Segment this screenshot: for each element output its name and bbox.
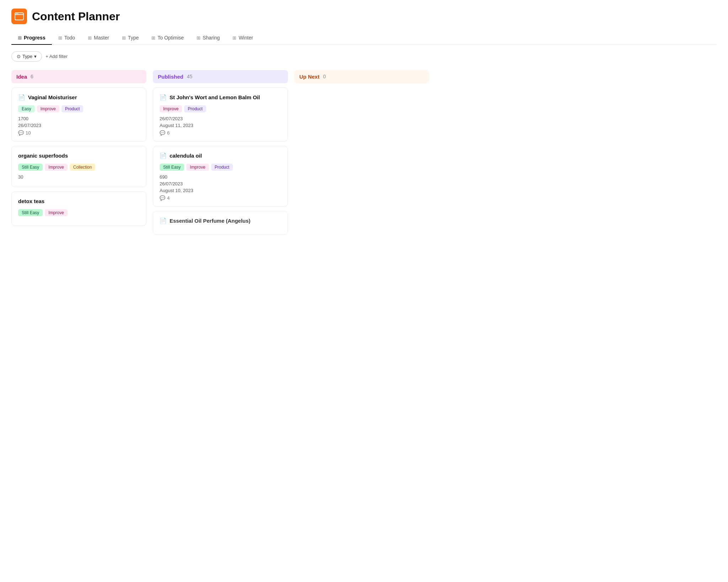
chevron-down-icon: ▾ [34,54,37,59]
tab-icon-sharing: ⊞ [197,35,200,41]
svg-rect-1 [15,14,23,15]
app-icon [11,9,27,24]
card-detox-teas[interactable]: detox teas Still Easy Improve [11,191,146,226]
column-published-header: Published 45 [153,70,288,83]
filter-bar: ⊙ Type ▾ + Add filter [11,51,717,62]
card-title-row: 📄 St John's Wort and Lemon Balm Oil [160,94,281,101]
card-tags: Improve Product [160,105,281,112]
card-title-row: 📄 calendula oil [160,152,281,159]
card-essential-oil-perfume[interactable]: 📄 Essential Oil Perfume (Angelus) [153,211,288,235]
tab-todo[interactable]: ⊞ Todo [52,31,81,45]
tag-product: Product [61,105,83,112]
tag-improve: Improve [45,164,67,171]
card-st-johns-wort[interactable]: 📄 St John's Wort and Lemon Balm Oil Impr… [153,88,288,142]
card-tags: Still Easy Improve [18,209,140,216]
app-header: Content Planner [11,9,717,24]
card-date: 26/07/2023 [160,181,281,186]
card-comments: 💬 6 [160,130,281,136]
card-title-row: 📄 Vaginal Moisturiser [18,94,140,101]
tab-icon-todo: ⊞ [58,35,62,41]
add-filter-button[interactable]: + Add filter [46,54,68,59]
doc-icon: 📄 [160,152,167,159]
card-tags: Easy Improve Product [18,105,140,112]
doc-icon: 📄 [160,217,167,224]
card-number: 690 [160,174,281,180]
tag-improve: Improve [160,105,182,112]
kanban-board: Idea 6 📄 Vaginal Moisturiser Easy Improv… [11,70,717,239]
column-idea: Idea 6 📄 Vaginal Moisturiser Easy Improv… [11,70,146,230]
tag-still-easy: Still Easy [18,164,43,171]
tab-type[interactable]: ⊞ Type [116,31,145,45]
card-comments: 💬 10 [18,130,140,136]
tag-still-easy: Still Easy [160,164,184,171]
comment-icon: 💬 [18,130,24,136]
tab-progress[interactable]: ⊞ Progress [11,31,52,45]
tag-product: Product [211,164,233,171]
card-number: 30 [18,174,140,180]
card-calendula-oil[interactable]: 📄 calendula oil Still Easy Improve Produ… [153,146,288,207]
card-date: 26/07/2023 [160,116,281,121]
tab-tooptimise[interactable]: ⊞ To Optimise [145,31,190,45]
tab-icon-master: ⊞ [88,35,92,41]
column-idea-header: Idea 6 [11,70,146,83]
tab-icon-progress: ⊞ [18,35,22,41]
tag-improve: Improve [45,209,67,216]
type-filter-button[interactable]: ⊙ Type ▾ [11,51,42,62]
tag-improve: Improve [186,164,209,171]
tab-bar: ⊞ Progress ⊞ Todo ⊞ Master ⊞ Type ⊞ To O… [11,31,717,45]
column-upnext: Up Next 0 [294,70,429,88]
app-container: Content Planner ⊞ Progress ⊞ Todo ⊞ Mast… [0,0,728,248]
tag-easy: Easy [18,105,35,112]
tag-still-easy: Still Easy [18,209,43,216]
card-title-row: 📄 Essential Oil Perfume (Angelus) [160,217,281,224]
comment-icon: 💬 [160,130,165,136]
tag-product: Product [184,105,206,112]
tag-collection: Collection [70,164,96,171]
page-title: Content Planner [32,10,120,23]
doc-icon: 📄 [160,94,167,101]
comment-icon: 💬 [160,195,165,201]
card-date: 26/07/2023 [18,123,140,128]
tab-sharing[interactable]: ⊞ Sharing [190,31,226,45]
tab-icon-winter: ⊞ [232,35,236,41]
svg-point-3 [17,13,18,14]
filter-icon: ⊙ [17,54,21,59]
tab-winter[interactable]: ⊞ Winter [226,31,259,45]
tag-improve: Improve [37,105,59,112]
card-title-row: detox teas [18,197,140,205]
tab-master[interactable]: ⊞ Master [81,31,116,45]
card-title-row: organic superfoods [18,152,140,159]
card-tags: Still Easy Improve Collection [18,164,140,171]
card-number: 1700 [18,116,140,121]
card-published-date: August 10, 2023 [160,188,281,193]
card-tags: Still Easy Improve Product [160,164,281,171]
svg-point-2 [16,13,17,14]
doc-icon: 📄 [18,94,25,101]
column-published: Published 45 📄 St John's Wort and Lemon … [153,70,288,239]
card-comments: 💬 4 [160,195,281,201]
tab-icon-tooptimise: ⊞ [151,35,155,41]
column-upnext-header: Up Next 0 [294,70,429,83]
card-vaginal-moisturiser[interactable]: 📄 Vaginal Moisturiser Easy Improve Produ… [11,88,146,142]
card-published-date: August 11, 2023 [160,123,281,128]
card-organic-superfoods[interactable]: organic superfoods Still Easy Improve Co… [11,146,146,187]
tab-icon-type: ⊞ [122,35,126,41]
